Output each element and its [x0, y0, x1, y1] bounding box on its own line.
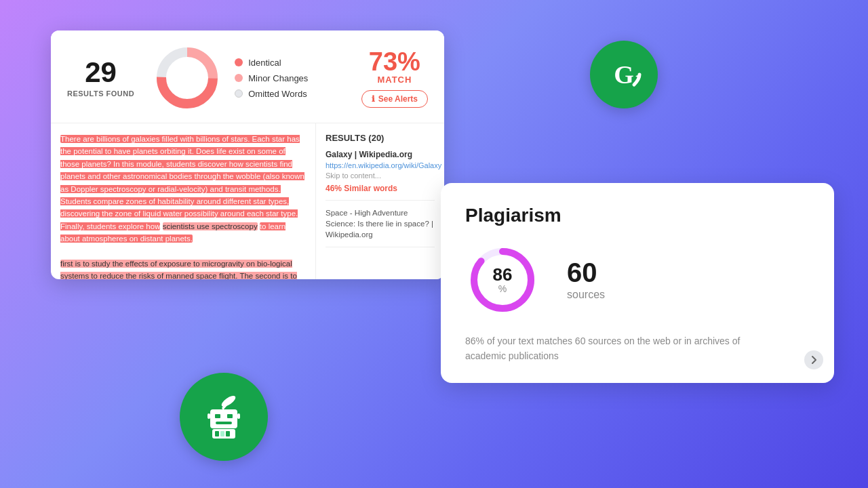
- ring-chart: 86 %: [465, 243, 540, 317]
- sources-box: 60 sources: [567, 259, 605, 301]
- results-count-box: 29 RESULTS FOUND: [67, 58, 134, 98]
- highlighted-text-2: scientists use spectroscopy: [163, 222, 258, 230]
- omitted-dot: [235, 89, 243, 98]
- legend: Identical Minor Changes Omitted Words: [235, 58, 351, 99]
- text-panel: There are billions of galaxies filled wi…: [51, 123, 315, 279]
- legend-item-omitted: Omitted Words: [235, 89, 351, 99]
- svg-rect-6: [210, 409, 237, 428]
- sources-label: sources: [567, 289, 605, 301]
- result-1-title: Galaxy | Wikipedia.org: [326, 150, 435, 159]
- next-arrow-button[interactable]: [804, 350, 823, 369]
- info-icon: ℹ: [372, 94, 375, 104]
- results-number: 29: [67, 58, 134, 87]
- highlighted-text-4: first is to study the effects of exposur…: [60, 260, 297, 279]
- plagiarism-title: Plagiarism: [465, 205, 810, 226]
- grammarly-g-logo: G: [603, 54, 645, 96]
- highlighted-text-1: There are billions of galaxies filled wi…: [60, 135, 304, 230]
- result-item-1[interactable]: Galaxy | Wikipedia.org https://en.wikipe…: [326, 150, 435, 201]
- legend-item-minor: Minor Changes: [235, 73, 351, 83]
- results-panel: RESULTS (20) Galaxy | Wikipedia.org http…: [315, 123, 444, 279]
- result-item-2[interactable]: Space - High Adventure Science: Is there…: [326, 207, 435, 247]
- svg-rect-9: [216, 422, 232, 424]
- ring-percent-number: 86: [493, 266, 513, 283]
- identical-dot: [235, 58, 243, 66]
- ring-center: 86 %: [493, 266, 513, 294]
- match-box: 73% MATCH ℹ See Alerts: [361, 49, 428, 108]
- robot-svg: [193, 386, 254, 447]
- donut-chart: [153, 44, 221, 112]
- grammarly-circle: G: [590, 41, 658, 108]
- plagiarism-card: Plagiarism 86 % 60 sources 86% of your t…: [441, 183, 834, 383]
- results-label: RESULTS FOUND: [67, 89, 134, 98]
- svg-text:G: G: [614, 60, 634, 89]
- grammarly-icon-container[interactable]: G: [590, 41, 658, 108]
- result-1-skip: Skip to content...: [326, 171, 435, 180]
- match-label: MATCH: [361, 75, 428, 85]
- identical-label: Identical: [248, 58, 281, 68]
- results-panel-title: RESULTS (20): [326, 133, 435, 143]
- chevron-right-icon: [809, 355, 818, 365]
- svg-rect-14: [220, 431, 224, 436]
- svg-rect-8: [227, 414, 233, 418]
- minor-label: Minor Changes: [248, 73, 308, 83]
- result-2-title: Space - High Adventure Science: Is there…: [326, 207, 435, 240]
- omitted-label: Omitted Words: [248, 89, 307, 99]
- robot-circle: [180, 373, 268, 461]
- plagiarism-description: 86% of your text matches 60 sources on t…: [465, 333, 764, 364]
- card-header: 29 RESULTS FOUND Identical Minor Change: [51, 30, 444, 123]
- see-alerts-label: See Alerts: [378, 94, 418, 104]
- stats-row: 86 % 60 sources: [465, 243, 810, 317]
- match-percent: 73%: [361, 49, 428, 75]
- see-alerts-button[interactable]: ℹ See Alerts: [361, 90, 428, 108]
- svg-rect-10: [208, 413, 210, 419]
- svg-rect-7: [215, 414, 220, 418]
- robot-icon-container[interactable]: [180, 373, 268, 461]
- result-1-similarity: 46% Similar words: [326, 184, 435, 193]
- svg-rect-15: [226, 431, 230, 436]
- turnitin-card: 29 RESULTS FOUND Identical Minor Change: [51, 30, 444, 279]
- sources-number: 60: [567, 259, 605, 286]
- svg-rect-11: [237, 413, 240, 419]
- legend-item-identical: Identical: [235, 58, 351, 68]
- card-body: There are billions of galaxies filled wi…: [51, 123, 444, 279]
- result-1-url[interactable]: https://en.wikipedia.org/wiki/Galaxy: [326, 161, 435, 169]
- minor-dot: [235, 74, 243, 82]
- ring-percent-symbol: %: [493, 283, 513, 294]
- svg-rect-13: [215, 431, 219, 436]
